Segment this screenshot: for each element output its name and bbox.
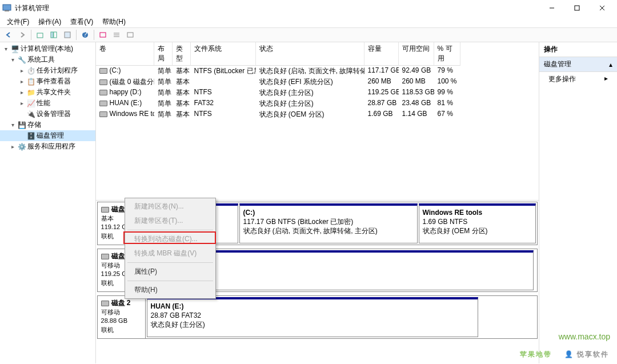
help-button[interactable]: ? bbox=[79, 29, 91, 41]
chevron-right-icon: ▸ bbox=[604, 74, 608, 82]
actions-pane: 操作 磁盘管理 ▴ 更多操作 ▸ bbox=[539, 42, 617, 363]
svg-rect-7 bbox=[51, 32, 53, 38]
settings-button[interactable] bbox=[97, 29, 109, 41]
volume-row[interactable]: Windows RE tools简单基本NTFS状态良好 (OEM 分区)1.6… bbox=[96, 109, 539, 120]
menu-file[interactable]: 文件(F) bbox=[2, 16, 34, 28]
clock-icon: ⏱️ bbox=[26, 66, 35, 75]
up-button[interactable] bbox=[34, 29, 46, 41]
disk-block[interactable]: 磁盘 2可移动28.88 GB联机HUAN (E:)28.87 GB FAT32… bbox=[97, 295, 538, 339]
col-avail[interactable]: 可用空间 bbox=[399, 42, 434, 66]
menubar: 文件(F) 操作(A) 查看(V) 帮助(H) bbox=[0, 16, 617, 27]
volume-row[interactable]: happy (D:)简单基本NTFS状态良好 (主分区)119.25 GB118… bbox=[96, 87, 539, 98]
volume-row[interactable]: (磁盘 0 磁盘分区 1)简单基本状态良好 (EFI 系统分区)260 MB26… bbox=[96, 77, 539, 87]
window-title: 计算机管理 bbox=[15, 3, 539, 13]
ctx-new-spanned: 新建跨区卷(N)... bbox=[126, 199, 214, 214]
disk-icon: 🗄️ bbox=[26, 131, 35, 141]
col-volume[interactable]: 卷 bbox=[96, 42, 154, 66]
minimize-button[interactable] bbox=[539, 0, 564, 16]
titlebar: 计算机管理 bbox=[0, 0, 617, 16]
device-icon: 🔌 bbox=[26, 110, 35, 119]
list-button[interactable] bbox=[110, 29, 123, 41]
menu-help[interactable]: 帮助(H) bbox=[98, 16, 130, 28]
svg-rect-16 bbox=[127, 33, 133, 37]
volume-header: 卷 布局 类型 文件系统 状态 容量 可用空间 % 可用 bbox=[96, 42, 539, 66]
col-layout[interactable]: 布局 bbox=[154, 42, 173, 66]
context-menu: 新建跨区卷(N)... 新建带区卷(T)... 转换到动态磁盘(C)... 转换… bbox=[125, 198, 216, 299]
tree-event-viewer[interactable]: ▸📋事件查看器 bbox=[0, 76, 95, 87]
expand-icon: ▴ bbox=[609, 61, 612, 69]
partition[interactable]: (C:)117.17 GB NTFS (BitLocker 已加密)状态良好 (… bbox=[239, 203, 418, 243]
svg-rect-8 bbox=[54, 32, 57, 38]
toolbar: ? bbox=[0, 27, 617, 42]
tree-disk-management[interactable]: 🗄️磁盘管理 bbox=[0, 130, 95, 141]
col-fs[interactable]: 文件系统 bbox=[191, 42, 256, 66]
ctx-convert-mbr: 转换成 MBR 磁盘(V) bbox=[126, 246, 214, 261]
tree-services[interactable]: ▸⚙️服务和应用程序 bbox=[0, 141, 95, 152]
tree-shared-folders[interactable]: ▸📁共享文件夹 bbox=[0, 87, 95, 98]
view-button[interactable] bbox=[124, 29, 137, 41]
close-button[interactable] bbox=[590, 0, 615, 16]
partition[interactable]: Windows RE tools1.69 GB NTFS状态良好 (OEM 分区… bbox=[419, 203, 536, 243]
col-status[interactable]: 状态 bbox=[256, 42, 364, 66]
col-capacity[interactable]: 容量 bbox=[364, 42, 399, 66]
folder-icon: 📁 bbox=[26, 88, 35, 97]
perf-icon: 📈 bbox=[26, 99, 35, 108]
ctx-new-striped: 新建带区卷(T)... bbox=[126, 214, 214, 228]
ctx-convert-dynamic: 转换到动态磁盘(C)... bbox=[126, 232, 214, 246]
volume-row[interactable]: (C:)简单基本NTFS (BitLocker 已加密)状态良好 (启动, 页面… bbox=[96, 66, 539, 77]
svg-rect-9 bbox=[65, 32, 70, 38]
tree-pane: ▾🖥️计算机管理(本地) ▾🔧系统工具 ▸⏱️任务计划程序 ▸📋事件查看器 ▸📁… bbox=[0, 42, 96, 363]
show-hide-button[interactable] bbox=[47, 29, 60, 41]
refresh-button[interactable] bbox=[61, 29, 74, 41]
svg-rect-3 bbox=[575, 6, 579, 10]
actions-header: 操作 bbox=[539, 42, 617, 57]
tree-task-scheduler[interactable]: ▸⏱️任务计划程序 bbox=[0, 65, 95, 76]
tools-icon: 🔧 bbox=[17, 55, 26, 65]
storage-icon: 💾 bbox=[17, 121, 26, 130]
svg-rect-0 bbox=[3, 5, 11, 10]
partition[interactable]: HUAN (E:)28.87 GB FAT32状态良好 (主分区) bbox=[147, 297, 478, 337]
menu-action[interactable]: 操作(A) bbox=[34, 16, 66, 28]
actions-diskmgmt[interactable]: 磁盘管理 ▴ bbox=[539, 57, 617, 72]
tree-device-manager[interactable]: 🔌设备管理器 bbox=[0, 109, 95, 119]
svg-rect-1 bbox=[5, 10, 9, 11]
back-button[interactable] bbox=[2, 29, 15, 41]
tree-storage[interactable]: ▾💾存储 bbox=[0, 119, 95, 130]
actions-more[interactable]: 更多操作 ▸ bbox=[539, 72, 617, 86]
computer-icon: 🖥️ bbox=[10, 45, 19, 54]
app-icon bbox=[2, 3, 11, 13]
col-type[interactable]: 类型 bbox=[173, 42, 191, 66]
disk-label[interactable]: 磁盘 2可移动28.88 GB联机 bbox=[98, 296, 146, 338]
volume-table: 卷 布局 类型 文件系统 状态 容量 可用空间 % 可用 (C:)简单基本NTF… bbox=[96, 42, 539, 201]
volume-row[interactable]: HUAN (E:)简单基本FAT32状态良好 (主分区)28.87 GB23.4… bbox=[96, 98, 539, 109]
forward-button[interactable] bbox=[16, 29, 29, 41]
svg-rect-6 bbox=[37, 33, 43, 38]
log-icon: 📋 bbox=[26, 77, 35, 86]
svg-text:?: ? bbox=[83, 31, 87, 38]
services-icon: ⚙️ bbox=[17, 142, 26, 151]
tree-performance[interactable]: ▸📈性能 bbox=[0, 98, 95, 109]
ctx-help[interactable]: 帮助(H) bbox=[126, 283, 214, 297]
maximize-button[interactable] bbox=[564, 0, 590, 16]
tree-root[interactable]: ▾🖥️计算机管理(本地) bbox=[0, 43, 95, 54]
tree-system-tools[interactable]: ▾🔧系统工具 bbox=[0, 54, 95, 65]
col-pct[interactable]: % 可用 bbox=[434, 42, 460, 66]
menu-view[interactable]: 查看(V) bbox=[66, 16, 98, 28]
svg-rect-12 bbox=[100, 33, 106, 37]
ctx-properties[interactable]: 属性(P) bbox=[126, 265, 214, 279]
